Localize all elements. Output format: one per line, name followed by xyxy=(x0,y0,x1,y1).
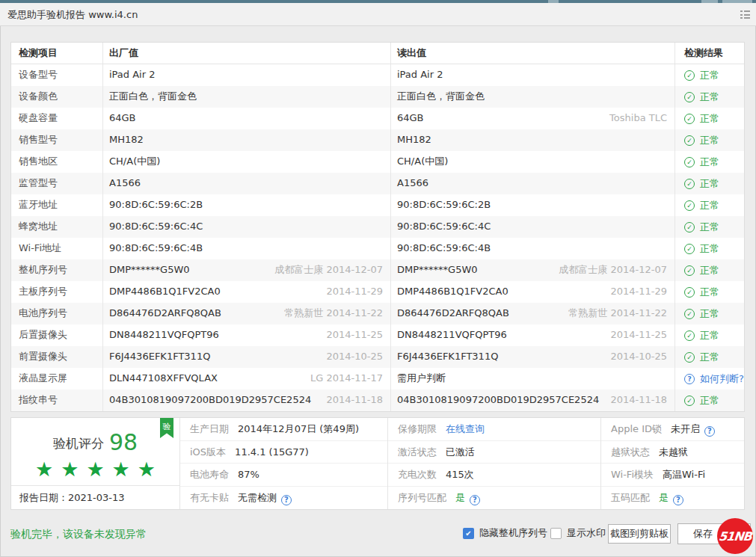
result-cell: ✓正常 xyxy=(675,64,744,86)
factory-value: D864476D2ARFQ8QAB xyxy=(109,303,221,324)
detail-cell: 有无卡贴无需检测? xyxy=(180,487,387,509)
table-row: 液晶显示屏DLN447108XFFVQLAXLG 2014-11-17需用户判断… xyxy=(11,368,744,390)
factory-value: DLN447108XFFVQLAX xyxy=(109,368,218,390)
item-name-cell: 蜂窝地址 xyxy=(11,216,103,238)
read-value-cell: 90:8D:6C:59:6C:4B xyxy=(391,238,675,259)
ok-check-icon: ✓ xyxy=(684,200,695,211)
status-message: 验机完毕，该设备未发现异常 xyxy=(10,528,147,541)
online-query-link[interactable]: 在线查询 xyxy=(446,423,485,434)
read-value-cell: 正面白色，背面金色 xyxy=(391,86,675,108)
result-normal-label: 正常 xyxy=(700,108,719,129)
read-value-cell: DN8448211VQFQPT962014-11-25 xyxy=(391,324,675,346)
item-name-cell: 设备型号 xyxy=(11,64,103,86)
score-label: 验机评分 xyxy=(53,436,104,451)
item-name-cell: 整机序列号 xyxy=(11,259,103,281)
screenshot-to-clipboard-button[interactable]: 截图到剪贴板 xyxy=(608,524,671,544)
detail-value: 是 xyxy=(659,492,669,503)
factory-value-cell: A1566 xyxy=(103,173,391,194)
result-normal-label: 正常 xyxy=(700,304,719,324)
result-cell: ✓正常 xyxy=(675,108,744,129)
factory-value: 64GB xyxy=(109,108,136,129)
inspection-table: 检测项目 出厂值 读出值 检测结果 设备型号iPad Air 2iPad Air… xyxy=(10,42,745,412)
help-question-icon[interactable]: ? xyxy=(673,495,683,505)
help-question-icon[interactable]: ? xyxy=(704,426,715,437)
read-value: MH182 xyxy=(397,129,431,151)
detail-label: 越狱状态 xyxy=(611,446,650,458)
read-value: DMP******G5W0 xyxy=(397,259,478,281)
table-header-row: 检测项目 出厂值 读出值 检测结果 xyxy=(11,43,744,64)
read-value-cell: DMP4486B1Q1FV2CA02014-11-29 xyxy=(391,281,675,303)
factory-value: 04B3010819097200BD019D2957CE2524 xyxy=(109,390,311,411)
factory-value-cell: DMP******G5W0成都富士康 2014-12-07 xyxy=(103,259,391,281)
checkbox-checked-icon[interactable]: ✔ xyxy=(463,528,474,539)
factory-value-cell: DMP4486B1Q1FV2CA02014-11-29 xyxy=(103,281,391,303)
detail-label: Wi-Fi模块 xyxy=(611,469,654,480)
factory-value-cell: F6J4436EFK1FT311Q2014-10-25 xyxy=(103,346,391,368)
read-value: 90:8D:6C:59:6C:4C xyxy=(397,216,491,238)
table-row: 电池序列号D864476D2ARFQ8QAB常熟新世 2014-11-22D86… xyxy=(11,303,744,324)
item-name-cell: 后置摄像头 xyxy=(11,324,103,346)
factory-value: 90:8D:6C:59:6C:4C xyxy=(109,216,203,238)
detail-cell: 充电次数415次 xyxy=(388,464,600,487)
detail-cell: 越狱状态未越狱 xyxy=(601,441,744,464)
factory-value: MH182 xyxy=(109,129,144,151)
detail-cell: 保修期限在线查询 xyxy=(388,418,600,441)
detail-cell: 五码匹配是? xyxy=(601,487,744,509)
result-cell: ✓正常 xyxy=(675,281,744,303)
result-cell: ✓正常 xyxy=(675,303,744,324)
factory-value-cell: 04B3010819097200BD019D2957CE25242014-11-… xyxy=(103,390,391,411)
read-annotation: 2014-11-29 xyxy=(610,281,667,303)
read-annotation: 2014-11-25 xyxy=(610,324,667,346)
item-name-cell: Wi-Fi地址 xyxy=(11,238,103,259)
detail-label: iOS版本 xyxy=(190,446,226,458)
detail-cell: iOS版本11.4.1 (15G77) xyxy=(180,441,387,464)
header-read-label: 读出值 xyxy=(397,43,426,64)
menu-list-icon[interactable] xyxy=(740,10,750,19)
result-cell: ✓正常 xyxy=(675,346,744,368)
read-value-cell: 04B3010819097200BD019D2957CE25242014-11-… xyxy=(391,390,675,411)
page-title: 爱思助手验机报告 www.i4.cn xyxy=(7,3,138,26)
ok-check-icon: ✓ xyxy=(684,330,695,341)
read-value: 正面白色，背面金色 xyxy=(397,86,485,108)
result-normal-label: 正常 xyxy=(700,195,719,216)
item-name-cell: 监管型号 xyxy=(11,173,103,194)
detail-cell: 电池寿命87% xyxy=(180,464,387,487)
star-icon: ★ xyxy=(112,458,138,481)
item-name-cell: 销售型号 xyxy=(11,129,103,151)
factory-value-cell: CH/A(中国) xyxy=(103,151,391,173)
checkbox-unchecked-icon[interactable] xyxy=(550,528,562,539)
factory-annotation: 2014-11-18 xyxy=(326,390,383,411)
help-question-icon[interactable]: ? xyxy=(684,374,695,384)
title-bar: 爱思助手验机报告 www.i4.cn xyxy=(0,3,756,26)
ok-check-icon: ✓ xyxy=(684,135,695,146)
detail-value: 已激活 xyxy=(446,446,475,458)
read-annotation: Toshiba TLC xyxy=(609,108,667,129)
item-name-cell: 硬盘容量 xyxy=(11,108,103,129)
help-question-icon[interactable]: ? xyxy=(281,495,292,505)
factory-annotation: 成都富士康 2014-12-07 xyxy=(274,259,383,281)
read-value-cell: 90:8D:6C:59:6C:4C xyxy=(391,216,675,238)
table-row: 监管型号A1566A1566✓正常 xyxy=(11,173,744,194)
star-rating: ★★★★★ xyxy=(11,458,179,481)
hide-serial-label: 隐藏整机序列号 xyxy=(479,526,547,540)
result-normal-label: 正常 xyxy=(700,260,719,281)
factory-annotation: LG 2014-11-17 xyxy=(310,368,383,390)
factory-value-cell: DLN447108XFFVQLAXLG 2014-11-17 xyxy=(103,368,391,390)
detail-label: 保修期限 xyxy=(398,423,437,434)
header-item: 检测项目 xyxy=(11,43,103,64)
help-question-icon[interactable]: ? xyxy=(470,495,480,505)
read-value-cell: A1566 xyxy=(391,173,675,194)
read-value: D864476D2ARFQ8QAB xyxy=(397,303,509,324)
detail-value: 2014年12月07日 (第49周) xyxy=(238,423,359,434)
result-normal-label: 正常 xyxy=(700,65,719,86)
result-cell: ✓正常 xyxy=(675,173,744,194)
51nb-logo: 51NB xyxy=(717,518,753,554)
details-grid: 生产日期2014年12月07日 (第49周)iOS版本11.4.1 (15G77… xyxy=(180,418,744,509)
hide-serial-checkbox[interactable]: ✔ 隐藏整机序列号 xyxy=(463,526,547,540)
factory-value-cell: MH182 xyxy=(103,129,391,151)
header-result: 检测结果 xyxy=(675,43,744,64)
star-icon: ★ xyxy=(61,458,86,481)
ok-check-icon: ✓ xyxy=(684,244,695,254)
how-to-judge-link[interactable]: 如何判断? xyxy=(700,369,744,390)
show-watermark-checkbox[interactable]: 显示水印 xyxy=(550,526,606,540)
